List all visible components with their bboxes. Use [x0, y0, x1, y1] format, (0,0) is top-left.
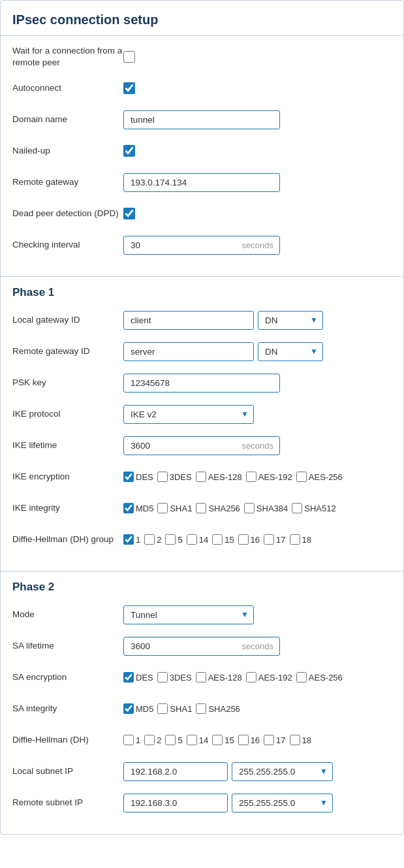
dh-p1-14-checkbox[interactable]	[187, 534, 197, 545]
ike-int-sha1-checkbox[interactable]	[157, 503, 168, 513]
remote-gateway-id-control: DN IP FQDN ▼	[123, 342, 392, 361]
wait-for-connection-label: Wait for a connection from a remote peer	[12, 45, 123, 68]
dh-p1-5-checkbox[interactable]	[165, 534, 176, 545]
ike-enc-aes256-item: AES-256	[296, 472, 343, 482]
psk-key-input[interactable]	[123, 374, 280, 393]
ike-protocol-select[interactable]: IKE v1 IKE v2	[123, 405, 254, 424]
local-subnet-ip-input[interactable]	[123, 762, 228, 781]
psk-key-row: PSK key	[12, 371, 392, 394]
sa-enc-aes256-checkbox[interactable]	[296, 672, 307, 683]
ike-integrity-label: IKE integrity	[12, 502, 123, 514]
remote-subnet-mask-select[interactable]: 255.255.255.0 255.255.0.0 255.0.0.0	[232, 794, 333, 812]
dh-p1-2-checkbox[interactable]	[144, 534, 155, 545]
dh-p2-17-label: 17	[276, 735, 285, 745]
sa-int-md5-checkbox[interactable]	[123, 703, 134, 714]
remote-gateway-id-type-select[interactable]: DN IP FQDN	[258, 342, 323, 361]
nailed-up-checkbox[interactable]	[123, 145, 135, 157]
mode-select[interactable]: Tunnel Transport	[123, 605, 254, 624]
general-section: Wait for a connection from a remote peer…	[1, 36, 403, 277]
domain-name-input[interactable]	[123, 110, 280, 129]
dh-p1-18-label: 18	[302, 535, 311, 545]
dead-peer-control	[123, 208, 392, 219]
sa-enc-aes128-checkbox[interactable]	[196, 672, 206, 683]
dh-p2-18-checkbox[interactable]	[290, 735, 300, 745]
ike-int-sha384-checkbox[interactable]	[244, 503, 255, 513]
ike-enc-3des-checkbox[interactable]	[157, 472, 168, 482]
sa-enc-aes192-checkbox[interactable]	[246, 672, 256, 683]
ike-enc-aes192-checkbox[interactable]	[246, 472, 256, 482]
ike-enc-aes128-label: AES-128	[208, 472, 242, 482]
remote-gateway-id-input[interactable]	[123, 342, 254, 361]
ike-int-sha256-checkbox[interactable]	[196, 503, 206, 513]
ike-enc-aes128-checkbox[interactable]	[196, 472, 206, 482]
ike-int-sha512-label: SHA512	[304, 504, 335, 513]
ike-protocol-select-wrapper: IKE v1 IKE v2 ▼	[123, 405, 254, 424]
sa-encryption-label: SA encryption	[12, 671, 123, 683]
local-subnet-mask-wrapper: 255.255.255.0 255.255.0.0 255.0.0.0 ▼	[232, 762, 333, 781]
remote-gateway-id-row: Remote gateway ID DN IP FQDN ▼	[12, 340, 392, 363]
ike-int-sha512-item: SHA512	[292, 503, 335, 513]
dh-p1-16-label: 16	[251, 535, 260, 545]
phase1-title: Phase 1	[12, 286, 392, 299]
dead-peer-checkbox[interactable]	[123, 208, 135, 219]
ike-int-md5-checkbox[interactable]	[123, 503, 134, 513]
dh-p2-2-item: 2	[144, 735, 161, 745]
ike-enc-aes192-label: AES-192	[258, 472, 292, 482]
dh-p2-15-checkbox[interactable]	[212, 735, 223, 745]
checking-interval-input[interactable]	[123, 236, 280, 255]
sa-enc-des-label: DES	[136, 673, 153, 683]
local-gateway-id-type-select[interactable]: DN IP FQDN	[258, 311, 323, 330]
sa-enc-des-checkbox[interactable]	[123, 672, 134, 683]
dh-p1-18-checkbox[interactable]	[290, 534, 300, 545]
dh-p2-5-checkbox[interactable]	[165, 735, 176, 745]
dh-p2-1-checkbox[interactable]	[123, 735, 134, 745]
ike-protocol-label: IKE protocol	[12, 408, 123, 420]
ike-lifetime-control: seconds	[123, 436, 392, 455]
ike-enc-aes192-item: AES-192	[246, 472, 292, 482]
ike-enc-3des-item: 3DES	[157, 472, 192, 482]
ike-int-sha512-checkbox[interactable]	[292, 503, 302, 513]
ike-int-sha256-item: SHA256	[196, 503, 240, 513]
remote-subnet-ip-label: Remote subnet IP	[12, 797, 123, 809]
local-gateway-id-input[interactable]	[123, 311, 254, 330]
dh-p2-14-label: 14	[199, 735, 208, 745]
dh-p2-14-checkbox[interactable]	[187, 735, 197, 745]
sa-int-sha1-checkbox[interactable]	[157, 703, 168, 714]
ike-integrity-group: MD5 SHA1 SHA256 SHA384	[123, 503, 392, 513]
autoconnect-label: Autoconnect	[12, 82, 123, 94]
local-subnet-mask-select[interactable]: 255.255.255.0 255.255.0.0 255.0.0.0	[232, 762, 333, 781]
sa-int-sha256-checkbox[interactable]	[196, 703, 206, 714]
sa-encryption-group: DES 3DES AES-128 AES-192	[123, 672, 392, 683]
dh-p2-16-label: 16	[251, 735, 260, 745]
remote-subnet-ip-input[interactable]	[123, 794, 228, 812]
dh-p2-15-label: 15	[225, 735, 234, 745]
dh-p1-1-checkbox[interactable]	[123, 534, 134, 545]
remote-gateway-input[interactable]	[123, 173, 280, 192]
dh-p1-15-label: 15	[225, 535, 234, 545]
phase1-section: Phase 1 Local gateway ID DN IP FQDN ▼ Re…	[1, 277, 403, 571]
dh-group-p1-label: Diffie-Hellman (DH) group	[12, 534, 123, 545]
autoconnect-checkbox[interactable]	[123, 82, 135, 94]
dh-p1-15-checkbox[interactable]	[212, 534, 223, 545]
domain-name-row: Domain name	[12, 108, 392, 131]
ike-lifetime-input[interactable]	[123, 436, 280, 455]
sa-enc-3des-checkbox[interactable]	[157, 672, 168, 683]
remote-gateway-row: Remote gateway	[12, 170, 392, 194]
dh-p2-2-label: 2	[157, 735, 161, 745]
sa-integrity-control: MD5 SHA1 SHA256	[123, 703, 392, 714]
sa-lifetime-input[interactable]	[123, 637, 280, 656]
dh-p2-17-item: 17	[264, 735, 285, 745]
checking-interval-control: seconds	[123, 236, 392, 255]
dh-p1-16-checkbox[interactable]	[238, 534, 249, 545]
wait-for-connection-checkbox[interactable]	[123, 51, 135, 63]
dh-p2-2-checkbox[interactable]	[144, 735, 155, 745]
ike-enc-aes256-checkbox[interactable]	[296, 472, 307, 482]
sa-enc-3des-label: 3DES	[170, 673, 192, 683]
dh-p2-17-checkbox[interactable]	[264, 735, 274, 745]
dh-p2-16-checkbox[interactable]	[238, 735, 249, 745]
ike-enc-des-checkbox[interactable]	[123, 472, 134, 482]
dh-p1-17-checkbox[interactable]	[264, 534, 274, 545]
ike-encryption-control: DES 3DES AES-128 AES-192	[123, 472, 392, 482]
sa-encryption-row: SA encryption DES 3DES AES-128	[12, 666, 392, 689]
ike-int-sha384-label: SHA384	[256, 504, 288, 513]
